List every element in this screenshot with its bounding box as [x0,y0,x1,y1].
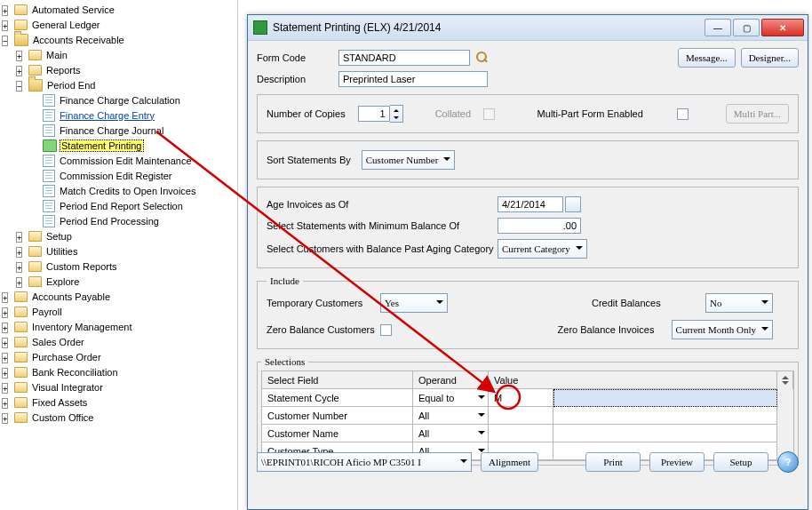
tree-label: Main [44,49,69,61]
grid-value2-cell[interactable] [553,407,777,425]
tree-node[interactable]: Setup [2,228,237,243]
help-icon[interactable]: ? [777,451,799,473]
tree-label: Commission Edit Maintenance [58,155,194,167]
description-input[interactable] [338,71,488,87]
tree-node[interactable]: Accounts Payable [2,289,237,304]
tree-label: Bank Reconciliation [30,366,120,379]
ageasof-input[interactable] [498,196,563,212]
tree-node[interactable]: Period End Processing [2,213,237,228]
tree-label: Reports [44,64,83,76]
tree-node[interactable]: Finance Charge Journal [2,123,237,138]
collated-checkbox [483,108,495,120]
folder-icon [43,215,55,227]
folder-icon [43,124,55,137]
selections-legend: Selections [261,356,308,367]
tree-node[interactable]: Sales Order [2,334,237,349]
titlebar[interactable]: Statement Printing (ELX) 4/21/2014 — ▢ ✕ [248,15,808,41]
folder-icon [43,94,55,107]
tree-node[interactable]: Match Credits to Open Invoices [2,183,237,198]
tree-label: Explore [44,275,81,288]
tree-node[interactable]: Period End Report Selection [2,198,237,213]
tree-node[interactable]: Payroll [2,304,237,319]
grid-value2-cell[interactable] [553,389,777,407]
form-code-lookup-icon[interactable] [475,51,490,65]
tree-node[interactable]: Visual Integrator [2,379,237,394]
form-code-label: Form Code [257,52,338,63]
alignment-button[interactable]: Alignment [481,452,538,472]
tree-node[interactable]: Finance Charge Entry [2,108,237,123]
tree-node[interactable]: Explore [2,274,237,289]
creditbal-select[interactable]: No [705,293,773,313]
folder-icon [28,79,43,92]
print-button[interactable]: Print [585,452,641,472]
tree-node[interactable]: Bank Reconciliation [2,364,237,379]
sort-group: Sort Statements By Customer Number [257,140,799,179]
tree-node[interactable]: Reports [2,62,237,77]
tree-node[interactable]: Accounts Receivable [2,32,237,47]
tree-label: Statement Printing [60,139,144,152]
tree-label: Finance Charge Entry [58,109,156,122]
aging-group: Age Invoices as Of Select Statements wit… [257,187,799,268]
tree-node[interactable]: Fixed Assets [2,394,237,410]
tree-node[interactable]: Automated Service [2,2,237,17]
zerobalinv-select[interactable]: Current Month Only [672,320,773,339]
tree-node[interactable]: Utilities [2,243,237,259]
tempcust-select[interactable]: Yes [380,293,448,313]
grid-value2-cell[interactable] [553,425,777,442]
minbal-input[interactable] [498,218,581,234]
tree-node[interactable]: Custom Reports [2,259,237,274]
multipart-enabled-checkbox[interactable] [677,108,689,120]
maximize-button[interactable]: ▢ [733,19,760,36]
tree-node[interactable]: Commission Edit Register [2,168,237,183]
ageasof-label: Age Invoices as Of [267,199,498,210]
copies-input[interactable] [358,106,390,122]
grid-operand-cell[interactable]: All [413,407,489,425]
grid-operand-cell[interactable]: All [413,425,489,442]
pastaging-select[interactable]: Current Category [498,239,587,259]
grid-value-cell[interactable]: M [489,389,553,407]
folder-icon [14,4,28,15]
tree-node[interactable]: Finance Charge Calculation [2,92,237,108]
grid-field-cell[interactable]: Statement Cycle [262,389,413,407]
tree-node[interactable]: Inventory Management [2,319,237,334]
tree-node[interactable]: Statement Printing [2,138,237,153]
grid-operand-cell[interactable]: Equal to [413,389,489,407]
tree-node[interactable]: Purchase Order [2,349,237,364]
tree-node[interactable]: Period End [2,77,237,92]
zerobalinv-label: Zero Balance Invoices [558,324,672,335]
module-tree[interactable]: Automated ServiceGeneral LedgerAccounts … [0,0,238,510]
copies-spinner[interactable] [358,105,403,123]
calendar-icon[interactable] [565,196,581,212]
grid-field-cell[interactable]: Customer Name [262,425,413,442]
folder-icon [14,34,28,46]
selections-grid[interactable]: Select FieldOperandValueStatement CycleE… [261,371,794,461]
copies-label: Number of Copies [267,108,346,119]
designer-button[interactable]: Designer... [741,48,799,68]
tree-node[interactable]: General Ledger [2,17,237,32]
tree-node[interactable]: Commission Edit Maintenance [2,153,237,168]
grid-value-cell[interactable] [489,425,553,442]
printer-select[interactable]: \\EPRINT01\RICOH Aficio MP C3501 I [257,452,472,472]
minbal-label: Select Statements with Minimum Balance O… [267,220,498,231]
tree-node[interactable]: Custom Office [2,410,237,425]
tree-label: Payroll [30,306,64,318]
folder-icon [14,20,28,30]
col-value: Value [489,371,777,389]
form-code-input[interactable] [338,50,470,66]
folder-icon [28,261,42,272]
preview-button[interactable]: Preview [649,452,705,472]
grid-field-cell[interactable]: Customer Number [262,407,413,425]
message-button[interactable]: Message... [678,48,736,68]
minimize-button[interactable]: — [705,19,731,36]
close-button[interactable]: ✕ [761,19,804,36]
setup-button[interactable]: Setup [713,452,768,472]
tree-label: Accounts Payable [30,291,112,303]
folder-icon [14,367,28,378]
grid-scrollbar[interactable] [777,371,793,389]
sortby-select[interactable]: Customer Number [362,150,456,170]
tree-node[interactable]: Main [2,47,237,62]
tree-label: Finance Charge Calculation [58,94,182,107]
grid-value-cell[interactable] [489,407,553,425]
zerobalcust-checkbox[interactable] [380,324,392,336]
folder-icon [43,200,55,212]
